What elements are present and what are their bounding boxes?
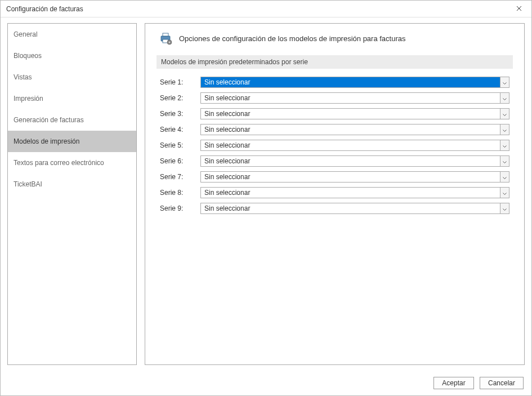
form-row-serie-2: Serie 2:Sin seleccionar	[160, 92, 509, 104]
close-icon	[516, 5, 522, 13]
form-label-serie-7: Serie 7:	[160, 173, 194, 181]
combo-drop-button-serie-2[interactable]	[500, 93, 509, 103]
combo-drop-button-serie-7[interactable]	[500, 172, 509, 182]
combo-serie-2[interactable]: Sin seleccionar	[200, 92, 509, 104]
form-rows: Serie 1:Sin seleccionarSerie 2:Sin selec…	[157, 77, 513, 214]
close-button[interactable]	[506, 1, 531, 17]
sidebar-item-6[interactable]: Textos para correo electrónico	[8, 152, 136, 173]
combo-value-serie-5: Sin seleccionar	[201, 140, 500, 150]
combo-serie-9[interactable]: Sin seleccionar	[200, 203, 509, 214]
chevron-down-icon	[503, 141, 507, 149]
form-label-serie-4: Serie 4:	[160, 126, 194, 134]
combo-serie-6[interactable]: Sin seleccionar	[200, 155, 509, 167]
form-label-serie-3: Serie 3:	[160, 110, 194, 118]
combo-value-serie-7: Sin seleccionar	[201, 172, 500, 182]
combo-drop-button-serie-3[interactable]	[500, 109, 509, 119]
chevron-down-icon	[503, 157, 507, 165]
chevron-down-icon	[503, 110, 507, 118]
cancel-button[interactable]: Cancelar	[480, 377, 524, 389]
form-row-serie-8: Serie 8:Sin seleccionar	[160, 187, 509, 198]
form-label-serie-9: Serie 9:	[160, 204, 194, 212]
panel-header: Opciones de configuración de los modelos…	[157, 32, 513, 45]
sidebar-item-5[interactable]: Modelos de impresión	[8, 131, 136, 152]
sidebar: GeneralBloqueosVistasImpresiónGeneración…	[7, 23, 137, 365]
combo-value-serie-2: Sin seleccionar	[201, 93, 500, 103]
combo-serie-8[interactable]: Sin seleccionar	[200, 187, 509, 198]
form-row-serie-3: Serie 3:Sin seleccionar	[160, 108, 509, 119]
combo-serie-3[interactable]: Sin seleccionar	[200, 108, 509, 119]
form-label-serie-1: Serie 1:	[160, 78, 194, 86]
combo-drop-button-serie-8[interactable]	[500, 188, 509, 198]
form-row-serie-7: Serie 7:Sin seleccionar	[160, 171, 509, 183]
sidebar-item-0[interactable]: General	[8, 24, 136, 45]
form-row-serie-4: Serie 4:Sin seleccionar	[160, 124, 509, 135]
combo-drop-button-serie-9[interactable]	[500, 203, 509, 213]
printer-gear-icon	[159, 32, 172, 45]
combo-drop-button-serie-1[interactable]	[500, 77, 509, 87]
combo-value-serie-9: Sin seleccionar	[201, 203, 500, 213]
sidebar-item-1[interactable]: Bloqueos	[8, 45, 136, 66]
combo-serie-7[interactable]: Sin seleccionar	[200, 171, 509, 183]
form-row-serie-5: Serie 5:Sin seleccionar	[160, 140, 509, 151]
combo-serie-1[interactable]: Sin seleccionar	[200, 77, 509, 88]
combo-value-serie-8: Sin seleccionar	[201, 188, 500, 198]
combo-value-serie-6: Sin seleccionar	[201, 156, 500, 166]
sidebar-item-4[interactable]: Generación de facturas	[8, 109, 136, 131]
chevron-down-icon	[503, 204, 507, 212]
form-label-serie-6: Serie 6:	[160, 157, 194, 165]
svg-rect-1	[163, 33, 168, 36]
window-frame: Configuración de facturas GeneralBloqueo…	[0, 0, 532, 396]
dialog-footer: Aceptar Cancelar	[1, 371, 531, 395]
combo-drop-button-serie-6[interactable]	[500, 156, 509, 166]
combo-value-serie-1: Sin seleccionar	[201, 77, 500, 87]
panel-title: Opciones de configuración de los modelos…	[179, 34, 406, 43]
form-row-serie-1: Serie 1:Sin seleccionar	[160, 77, 509, 88]
sidebar-item-7[interactable]: TicketBAI	[8, 173, 136, 195]
combo-drop-button-serie-5[interactable]	[500, 140, 509, 150]
combo-drop-button-serie-4[interactable]	[500, 124, 509, 135]
main-panel: Opciones de configuración de los modelos…	[145, 23, 525, 365]
content-area: GeneralBloqueosVistasImpresiónGeneración…	[1, 17, 531, 371]
form-label-serie-5: Serie 5:	[160, 141, 194, 149]
accept-button[interactable]: Aceptar	[433, 377, 474, 389]
chevron-down-icon	[503, 126, 507, 134]
chevron-down-icon	[503, 173, 507, 181]
chevron-down-icon	[503, 94, 507, 102]
combo-value-serie-3: Sin seleccionar	[201, 109, 500, 119]
form-label-serie-2: Serie 2:	[160, 94, 194, 102]
titlebar: Configuración de facturas	[1, 1, 531, 17]
sidebar-item-3[interactable]: Impresión	[8, 88, 136, 109]
form-row-serie-6: Serie 6:Sin seleccionar	[160, 155, 509, 167]
combo-value-serie-4: Sin seleccionar	[201, 124, 500, 135]
chevron-down-icon	[503, 78, 507, 86]
combo-serie-5[interactable]: Sin seleccionar	[200, 140, 509, 151]
sidebar-item-2[interactable]: Vistas	[8, 66, 136, 88]
form-row-serie-9: Serie 9:Sin seleccionar	[160, 203, 509, 214]
svg-point-4	[169, 42, 171, 43]
section-header: Modelos de impresión predeterminados por…	[157, 55, 513, 69]
form-label-serie-8: Serie 8:	[160, 189, 194, 197]
combo-serie-4[interactable]: Sin seleccionar	[200, 124, 509, 135]
window-title: Configuración de facturas	[6, 5, 83, 13]
chevron-down-icon	[503, 189, 507, 197]
